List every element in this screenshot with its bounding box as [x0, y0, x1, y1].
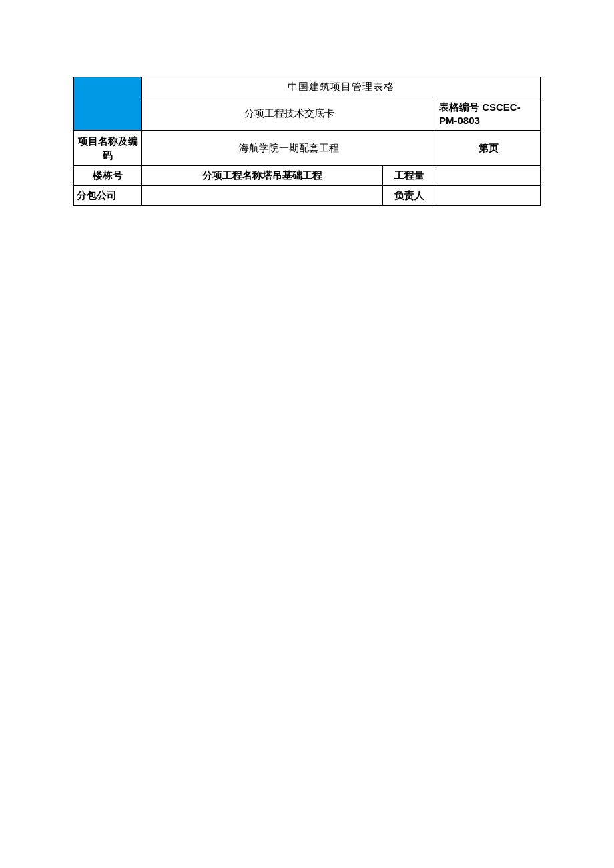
form-subtitle: 分项工程技术交底卡 — [142, 97, 436, 131]
responsible-label: 负责人 — [383, 186, 436, 206]
project-name-label: 项目名称及编码 — [74, 131, 142, 166]
table-row: 分项工程技术交底卡 表格编号 CSCEC-PM-0803 — [74, 97, 541, 131]
logo-cell — [74, 77, 142, 131]
table-row: 楼栋号 分项工程名称塔吊基础工程 工程量 — [74, 166, 541, 186]
building-number-label: 楼栋号 — [74, 166, 142, 186]
quantity-label: 工程量 — [383, 166, 436, 186]
form-title: 中国建筑项目管理表格 — [142, 77, 541, 97]
table-row: 中国建筑项目管理表格 — [74, 77, 541, 97]
table-row: 项目名称及编码 海航学院一期配套工程 第页 — [74, 131, 541, 166]
responsible-value — [436, 186, 541, 206]
page-label: 第页 — [436, 131, 541, 166]
form-number: 表格编号 CSCEC-PM-0803 — [436, 97, 541, 131]
table-row: 分包公司 负责人 — [74, 186, 541, 206]
subitem-name-value: 分项工程名称塔吊基础工程 — [142, 166, 383, 186]
management-form-table: 中国建筑项目管理表格 分项工程技术交底卡 表格编号 CSCEC-PM-0803 … — [73, 77, 541, 206]
project-name-value: 海航学院一期配套工程 — [142, 131, 436, 166]
subcontractor-value — [142, 186, 383, 206]
subcontractor-label: 分包公司 — [74, 186, 142, 206]
quantity-value — [436, 166, 541, 186]
